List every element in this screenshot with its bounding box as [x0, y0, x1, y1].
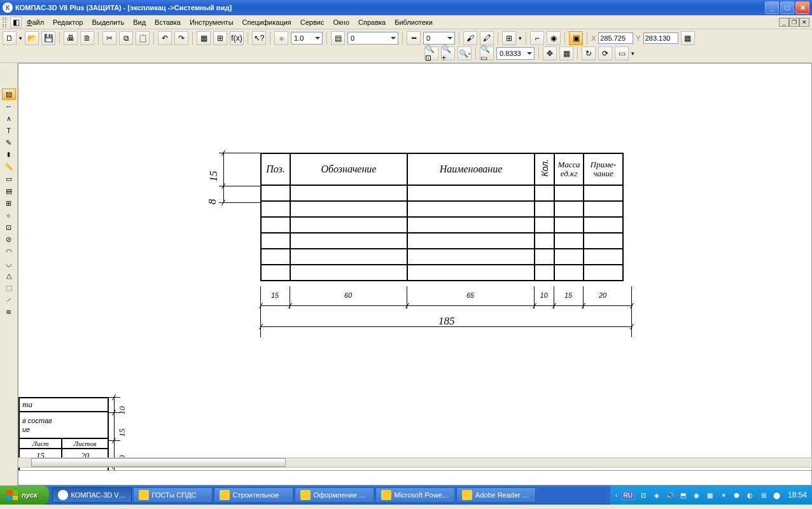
tray-icon[interactable]: ✶ — [718, 490, 729, 500]
tray-icon[interactable]: ⬒ — [678, 490, 689, 500]
lineweight-dropdown[interactable]: 0 — [423, 32, 455, 45]
taskbar-task[interactable]: Строительное — [214, 487, 293, 503]
tray-icon[interactable]: ◈ — [652, 490, 662, 500]
tray-collapse-icon[interactable]: ‹ — [615, 491, 618, 499]
horizontal-scrollbar[interactable] — [18, 457, 812, 468]
mgr-button[interactable]: ⊞ — [213, 31, 227, 45]
layer-dropdown[interactable]: 0 — [347, 32, 398, 45]
coord-btn[interactable]: ▦ — [681, 31, 695, 45]
props-button[interactable]: ▦ — [197, 31, 211, 45]
rebuild-button[interactable]: ▦ — [559, 46, 573, 60]
app-small-icon[interactable]: ◧ — [10, 17, 22, 28]
scrollbar-thumb[interactable] — [31, 458, 286, 467]
mdi-close-button[interactable]: ✕ — [799, 18, 809, 27]
start-button[interactable]: пуск — [0, 485, 49, 505]
tool-e[interactable]: ◠ — [2, 246, 16, 257]
paste-button[interactable]: 📋 — [136, 31, 150, 45]
linestyle-button[interactable]: ━ — [407, 31, 421, 45]
mdi-minimize-button[interactable]: _ — [779, 18, 789, 27]
tool-a[interactable]: ⊞ — [2, 197, 16, 209]
undo-button[interactable]: ↶ — [158, 31, 172, 45]
y-coord-input[interactable] — [643, 32, 678, 44]
menu-libs[interactable]: Библиотеки — [391, 17, 437, 27]
menu-help[interactable]: Справка — [354, 17, 389, 27]
brush2-button[interactable]: 🖍 — [480, 31, 494, 45]
close-button[interactable]: ✕ — [795, 1, 809, 14]
print-button[interactable]: 🖶 — [64, 31, 78, 45]
layer-icon[interactable]: ▤ — [331, 31, 345, 45]
view3-button[interactable]: ▭ — [615, 46, 629, 60]
minimize-button[interactable]: _ — [765, 1, 779, 14]
snap-button[interactable]: ◉ — [547, 31, 561, 45]
tool-b[interactable]: ⟐ — [2, 209, 16, 221]
tool-g[interactable]: △ — [2, 270, 16, 281]
brush1-button[interactable]: 🖌 — [463, 31, 477, 45]
ortho-button[interactable]: ⌐ — [530, 31, 544, 45]
tool-f[interactable]: ◡ — [2, 258, 16, 269]
zoom-window-button[interactable]: 🔍▭ — [480, 46, 494, 60]
tray-icon[interactable]: ▦ — [705, 490, 715, 500]
canvas[interactable]: Поз. Обозначение Наименование Кол. Масса… — [18, 63, 812, 485]
scale-dropdown[interactable]: 1.0 — [291, 32, 323, 45]
zoom-dropdown[interactable]: 0.8333 — [496, 47, 535, 60]
tray-icon[interactable]: ⊞ — [759, 490, 769, 500]
taskbar-task[interactable]: ГОСТы СПДС — [133, 487, 213, 503]
param-tool[interactable]: ⬍ — [2, 149, 16, 160]
menu-window[interactable]: Окно — [329, 17, 353, 27]
tray-icon[interactable]: 🔊 — [665, 490, 675, 500]
new-button[interactable]: 🗋 — [3, 31, 17, 45]
pan-button[interactable]: ✥ — [543, 46, 557, 60]
taskbar-task[interactable]: КОМПАС-3D V… — [52, 487, 132, 503]
geometry-tool[interactable]: ▨ — [2, 88, 16, 100]
open-button[interactable]: 📂 — [25, 31, 39, 45]
save-button[interactable]: 💾 — [41, 31, 55, 45]
redo-button[interactable]: ↷ — [174, 31, 188, 45]
menu-select[interactable]: Выделить — [88, 17, 128, 27]
zoom-in-button[interactable]: 🔍+ — [441, 46, 455, 60]
copy-button[interactable]: ⧉ — [119, 31, 133, 45]
taskbar-task[interactable]: Microsoft Powe… — [375, 487, 455, 503]
mdi-restore-button[interactable]: ❐ — [789, 18, 799, 27]
help-cursor-button[interactable]: ↖? — [252, 31, 266, 45]
tool-c[interactable]: ⊡ — [2, 221, 16, 233]
tray-icon[interactable]: ⊡ — [638, 490, 648, 500]
taskbar-task[interactable]: Adobe Reader … — [456, 487, 536, 503]
menu-file[interactable]: Файл — [23, 17, 48, 27]
maximize-button[interactable]: □ — [780, 1, 794, 14]
select-tool[interactable]: ▭ — [2, 173, 16, 185]
language-indicator[interactable]: RU — [621, 491, 635, 500]
tray-icon[interactable]: ◉ — [692, 490, 702, 500]
cut-button[interactable]: ✂ — [102, 31, 116, 45]
tool-i[interactable]: ⟋ — [2, 294, 16, 305]
text-tool[interactable]: T — [2, 125, 16, 136]
tray-icon[interactable]: ⬣ — [732, 490, 742, 500]
state-button[interactable]: ⟐ — [274, 31, 288, 45]
refresh-button[interactable]: ↻ — [582, 46, 596, 60]
menu-insert[interactable]: Вставка — [151, 17, 185, 27]
active-tool-button[interactable]: ▣ — [569, 31, 583, 45]
command-line[interactable] — [18, 470, 812, 485]
menu-editor[interactable]: Редактор — [49, 17, 87, 27]
preview-button[interactable]: 🗎 — [80, 31, 94, 45]
menu-service[interactable]: Сервис — [297, 17, 328, 27]
tool-j[interactable]: ≋ — [2, 306, 16, 317]
menu-view[interactable]: Вид — [129, 17, 150, 27]
symbols-tool[interactable]: ∧ — [2, 113, 16, 124]
view2-button[interactable]: ⟳ — [598, 46, 612, 60]
grid-button[interactable]: ⊞ — [502, 31, 516, 45]
tray-icon[interactable]: ⬤ — [772, 490, 782, 500]
menu-spec[interactable]: Спецификация — [239, 17, 295, 27]
clock[interactable]: 18:54 — [788, 491, 807, 499]
tray-icon[interactable]: ◐ — [745, 490, 755, 500]
measure-tool[interactable]: 📏 — [2, 161, 16, 172]
dimensions-tool[interactable]: ↔ — [2, 101, 16, 112]
tool-d[interactable]: ⊘ — [2, 234, 16, 245]
spec-tool[interactable]: ▤ — [2, 185, 16, 197]
vars-button[interactable]: f(x) — [230, 31, 244, 45]
x-coord-input[interactable] — [598, 32, 633, 44]
zoom-fit-button[interactable]: 🔍⊡ — [424, 46, 438, 60]
taskbar-task[interactable]: Оформление … — [295, 487, 374, 503]
edit-tool[interactable]: ✎ — [2, 137, 16, 148]
menu-tools[interactable]: Инструменты — [186, 17, 237, 27]
tool-h[interactable]: ⬚ — [2, 282, 16, 293]
